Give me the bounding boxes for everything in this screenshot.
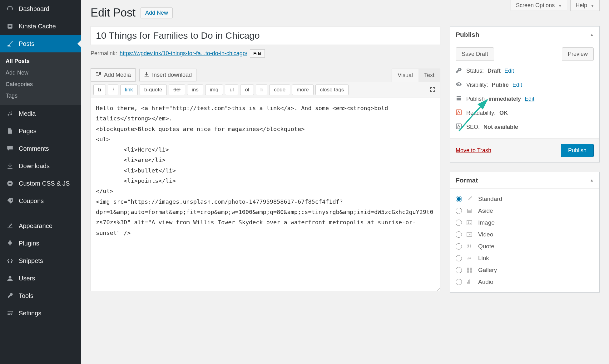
format-radio[interactable] <box>456 279 462 285</box>
add-new-post-button[interactable]: Add New <box>141 7 173 18</box>
quicktag-img[interactable]: img <box>205 85 223 95</box>
format-option-standard[interactable]: Standard <box>456 193 594 205</box>
edit-schedule-link[interactable]: Edit <box>525 96 534 102</box>
comments-icon <box>6 144 14 153</box>
format-radio[interactable] <box>456 196 462 202</box>
yoast-readability-icon <box>456 109 463 117</box>
sidebar-item-label: Appearance <box>19 222 52 230</box>
insert-download-button[interactable]: Insert download <box>139 69 196 81</box>
sidebar-item-comments[interactable]: Comments <box>0 140 81 157</box>
sidebar-item-kinsta[interactable]: Kinsta Cache <box>0 17 81 35</box>
sidebar-item-appearance[interactable]: Appearance <box>0 217 81 235</box>
eye-icon <box>456 81 463 89</box>
tools-icon <box>6 291 14 300</box>
dashboard-icon <box>6 4 14 13</box>
downloads-icon <box>6 162 14 170</box>
format-option-quote[interactable]: Quote <box>456 240 594 252</box>
pages-icon <box>6 127 14 135</box>
format-label: Quote <box>478 243 494 250</box>
sidebar-item-pages[interactable]: Pages <box>0 122 81 140</box>
sidebar-item-label: Tools <box>19 292 33 299</box>
format-radio[interactable] <box>456 255 462 261</box>
sidebar-item-settings[interactable]: Settings <box>0 304 81 322</box>
sidebar-item-label: Coupons <box>19 197 44 205</box>
quicktag-ul[interactable]: ul <box>225 85 238 95</box>
format-radio[interactable] <box>456 267 462 273</box>
sidebar-item-users[interactable]: Users <box>0 269 81 287</box>
quicktag-b[interactable]: b <box>93 85 106 95</box>
sidebar-item-label: Snippets <box>19 257 43 265</box>
sidebar-item-tools[interactable]: Tools <box>0 287 81 304</box>
quicktag-ol[interactable]: ol <box>240 85 254 95</box>
publish-button[interactable]: Publish <box>561 144 594 157</box>
save-draft-button[interactable]: Save Draft <box>456 47 494 61</box>
editor-tab-visual[interactable]: Visual <box>392 69 418 82</box>
svg-rect-18 <box>470 268 472 270</box>
sidebar-item-label: Comments <box>19 145 49 152</box>
sidebar-item-media[interactable]: Media <box>0 105 81 122</box>
editor-tab-text[interactable]: Text <box>418 69 440 82</box>
format-option-link[interactable]: Link <box>456 252 594 264</box>
quicktag-li[interactable]: li <box>256 85 268 95</box>
quicktag-close-tags[interactable]: close tags <box>315 85 349 95</box>
svg-rect-13 <box>468 211 471 211</box>
sidebar-item-label: Pages <box>19 128 37 135</box>
format-radio[interactable] <box>456 208 462 214</box>
svg-rect-12 <box>468 209 471 210</box>
format-radio[interactable] <box>456 220 462 226</box>
quicktag-code[interactable]: code <box>269 85 290 95</box>
format-option-video[interactable]: Video <box>456 229 594 240</box>
sidebar-item-snippets[interactable]: Snippets <box>0 252 81 269</box>
format-label: Audio <box>478 279 493 285</box>
format-option-image[interactable]: Image <box>456 217 594 229</box>
format-label: Aside <box>478 207 493 214</box>
quicktag-link[interactable]: link <box>120 85 138 95</box>
sidebar-subitem[interactable]: Categories <box>0 79 81 90</box>
sidebar-item-posts[interactable]: Posts <box>0 35 81 52</box>
edit-status-link[interactable]: Edit <box>504 68 514 74</box>
quicktag-del[interactable]: del <box>169 85 185 95</box>
screen-options-button[interactable]: Screen Options ▼ <box>511 0 567 11</box>
format-option-gallery[interactable]: Gallery <box>456 264 594 276</box>
preview-button[interactable]: Preview <box>562 47 594 61</box>
edit-visibility-link[interactable]: Edit <box>512 82 522 88</box>
format-option-aside[interactable]: Aside <box>456 205 594 217</box>
publish-metabox-header[interactable]: Publish▲ <box>450 27 599 43</box>
edit-permalink-button[interactable]: Edit <box>250 49 265 58</box>
yoast-seo-icon <box>456 123 463 131</box>
quicktag-b-quote[interactable]: b-quote <box>140 85 167 95</box>
sidebar-subitem[interactable]: Add New <box>0 67 81 79</box>
sidebar-item-coupons[interactable]: Coupons <box>0 192 81 210</box>
svg-point-5 <box>11 261 12 263</box>
coupons-icon <box>6 197 14 205</box>
fullscreen-toggle-button[interactable] <box>428 85 438 95</box>
sidebar-item-customcss[interactable]: Custom CSS & JS <box>0 175 81 192</box>
permalink-link[interactable]: https://wpdev.ink/10-things-for-fa...to-… <box>120 50 247 57</box>
sidebar-subitem[interactable]: All Posts <box>0 56 81 67</box>
sidebar-item-dashboard[interactable]: Dashboard <box>0 0 81 17</box>
format-label: Image <box>478 219 495 226</box>
format-image-icon <box>466 220 474 226</box>
quicktag-ins[interactable]: ins <box>187 85 203 95</box>
sidebar-subitem[interactable]: Tags <box>0 90 81 102</box>
sidebar-item-plugins[interactable]: Plugins <box>0 235 81 252</box>
move-to-trash-link[interactable]: Move to Trash <box>456 147 491 154</box>
sidebar-item-downloads[interactable]: Downloads <box>0 157 81 175</box>
format-metabox: Format▲ StandardAsideImageVideoQuoteLink… <box>450 172 600 293</box>
post-content-editor[interactable]: Hello there, <a href="http://test.com">t… <box>91 98 440 291</box>
add-media-button[interactable]: Add Media <box>91 68 136 82</box>
svg-point-15 <box>468 221 469 223</box>
format-option-audio[interactable]: Audio <box>456 276 594 288</box>
post-title-input[interactable] <box>91 26 440 45</box>
format-radio[interactable] <box>456 243 462 250</box>
calendar-icon <box>456 95 463 103</box>
download-icon <box>144 71 150 79</box>
quicktag-more[interactable]: more <box>292 85 314 95</box>
quicktag-i[interactable]: i <box>108 85 118 95</box>
format-aside-icon <box>466 208 474 214</box>
format-metabox-header[interactable]: Format▲ <box>450 172 599 189</box>
sidebar-item-label: Plugins <box>19 240 39 247</box>
format-radio[interactable] <box>456 231 462 238</box>
sidebar-item-label: Settings <box>19 310 41 317</box>
help-button[interactable]: Help ▼ <box>570 0 600 11</box>
